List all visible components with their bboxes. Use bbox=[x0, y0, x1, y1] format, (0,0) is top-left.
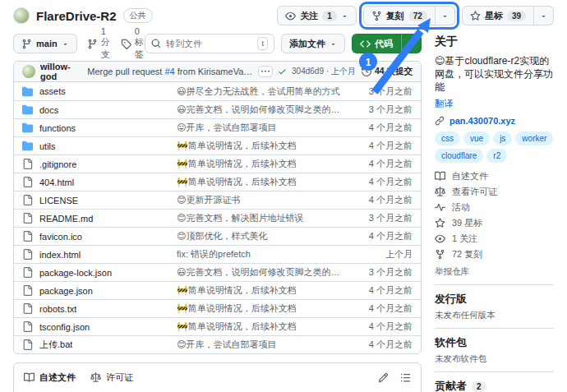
file-row[interactable]: functions 😜开库，尝试自部署项目 4 个月之前 bbox=[14, 118, 421, 136]
file-row[interactable]: 404.html 🚧简单说明情况，后续补文档 4 个月之前 bbox=[14, 173, 421, 191]
topic-tag[interactable]: js bbox=[493, 131, 512, 145]
file-name-link[interactable]: .gitignore bbox=[39, 159, 76, 169]
commit-message-link[interactable]: 🚧简单说明情况，后续补文档 bbox=[177, 321, 348, 333]
file-name-link[interactable]: tsconfig.json bbox=[39, 322, 90, 332]
file-date: 4 个月之前 bbox=[348, 230, 413, 242]
star-button[interactable]: 星标 39 bbox=[462, 6, 534, 25]
file-row[interactable]: package.json 🚧简单说明情况，后续补文档 4 个月之前 bbox=[14, 281, 421, 299]
file-name-link[interactable]: functions bbox=[39, 123, 76, 133]
file-name-link[interactable]: LICENSE bbox=[39, 196, 78, 205]
commit-author-link[interactable]: willow-god bbox=[40, 62, 82, 81]
commit-message-link[interactable]: 🚧简单说明情况，后续补文档 bbox=[177, 176, 348, 188]
fork-button[interactable]: 复刻 72 bbox=[363, 6, 436, 25]
file-name-link[interactable]: index.html bbox=[39, 250, 81, 260]
branch-selector[interactable]: main bbox=[13, 34, 77, 53]
commit-message-link[interactable]: Merge pull request #4 from KirisameVanil… bbox=[87, 67, 253, 76]
file-name-link[interactable]: package-lock.json bbox=[39, 268, 112, 278]
tab-license-label: 许可证 bbox=[106, 371, 133, 384]
file-date: 4 个月之前 bbox=[348, 158, 413, 170]
commit-message-link[interactable]: 😃完善文档，说明如何修改页脚之类的地址 bbox=[177, 266, 348, 279]
file-row[interactable]: assets 😃拼尽全力无法战胜，尝试用简单的方式 3 个月之前 bbox=[14, 82, 421, 100]
fork-dropdown-button[interactable] bbox=[436, 6, 455, 25]
file-row[interactable]: favicon.ico 😊顶部优化，样式美化 4 个月之前 bbox=[14, 227, 421, 245]
code-icon bbox=[360, 39, 371, 49]
file-row[interactable]: tsconfig.json 🚧简单说明情况，后续补文档 4 个月之前 bbox=[14, 317, 421, 335]
file-name-link[interactable]: README.md bbox=[39, 214, 93, 224]
commit-message-link[interactable]: 😊完善文档，解决图片地址错误 bbox=[177, 212, 348, 224]
folder-icon bbox=[22, 122, 33, 133]
commit-message-link[interactable]: 🚧简单说明情况，后续补文档 bbox=[177, 302, 348, 315]
file-name-link[interactable]: favicon.ico bbox=[39, 232, 82, 242]
commit-message-link[interactable]: 😊开库，尝试自部署项目 bbox=[177, 339, 348, 351]
add-file-button[interactable]: 添加文件 bbox=[281, 34, 345, 53]
branch-name: main bbox=[36, 39, 58, 48]
pr-number-link[interactable]: #4 bbox=[164, 67, 174, 76]
stars-meta-link[interactable]: 39 星标 bbox=[435, 217, 554, 229]
tab-readme[interactable]: 自述文件 bbox=[24, 363, 76, 392]
file-row[interactable]: 上传.bat 😊开库，尝试自部署项目 4 个月之前 bbox=[14, 335, 421, 353]
topic-tag[interactable]: css bbox=[435, 131, 460, 145]
commit-sha-link[interactable]: 304d6d9 · 上个月 bbox=[292, 66, 356, 77]
file-name-link[interactable]: utils bbox=[39, 141, 56, 151]
file-icon bbox=[22, 195, 33, 205]
code-button[interactable]: 代码 bbox=[352, 34, 401, 53]
commit-message-link[interactable]: fix: 错误的prefetch bbox=[177, 248, 348, 261]
repo-title-link[interactable]: FlareDrive-R2 bbox=[36, 9, 117, 23]
file-row[interactable]: .gitignore 🚧简单说明情况，后续补文档 4 个月之前 bbox=[14, 154, 421, 173]
file-name-link[interactable]: robots.txt bbox=[39, 304, 76, 314]
file-row[interactable]: README.md 😊完善文档，解决图片地址错误 3 个月之前 bbox=[14, 209, 421, 227]
commit-message-link[interactable]: 🚧简单说明情况，后续补文档 bbox=[177, 284, 348, 297]
file-row[interactable]: robots.txt 🚧简单说明情况，后续补文档 4 个月之前 bbox=[14, 299, 421, 317]
forks-meta-link[interactable]: 72 复刻 bbox=[435, 248, 554, 261]
commit-message-link[interactable]: 😃完善文档，说明如何修改页脚之类的地址 bbox=[177, 104, 348, 116]
file-name-link[interactable]: assets bbox=[39, 86, 66, 96]
checks-passed-icon[interactable] bbox=[278, 67, 287, 76]
watchers-meta-link[interactable]: 1 关注 bbox=[435, 233, 554, 245]
pencil-icon[interactable] bbox=[378, 372, 389, 383]
tags-link[interactable]: 0 标签 bbox=[121, 26, 145, 61]
commit-message-link[interactable]: 😊更新开源证书 bbox=[177, 194, 348, 206]
repo-avatar[interactable] bbox=[13, 7, 30, 24]
file-row[interactable]: index.html fix: 错误的prefetch 上个月 bbox=[14, 245, 421, 263]
translate-link[interactable]: 翻译 bbox=[435, 98, 453, 110]
commit-message-link[interactable]: 😊顶部优化，样式美化 bbox=[177, 230, 348, 242]
commit-history-link[interactable]: 44 次提交 bbox=[362, 66, 413, 77]
repo-meta-list: 自述文件 查看许可证 活动 39 星标 1 关注 bbox=[435, 170, 554, 261]
commit-message-link[interactable]: 🚧简单说明情况，后续补文档 bbox=[177, 158, 348, 170]
website-link[interactable]: pan.430070.xyz bbox=[435, 116, 554, 126]
outline-list-icon[interactable] bbox=[400, 372, 411, 383]
commit-author-avatar[interactable] bbox=[22, 65, 35, 78]
code-dropdown-button[interactable] bbox=[401, 34, 422, 53]
file-row[interactable]: package-lock.json 😃完善文档，说明如何修改页脚之类的地址 3 … bbox=[14, 263, 421, 281]
tab-license[interactable]: 许可证 bbox=[90, 363, 133, 392]
commit-message-link[interactable]: 😃拼尽全力无法战胜，尝试用简单的方式 bbox=[177, 85, 348, 98]
topic-tag[interactable]: r2 bbox=[486, 149, 507, 163]
divider bbox=[435, 284, 554, 285]
report-repo-link[interactable]: 举报仓库 bbox=[435, 266, 469, 278]
topic-tag[interactable]: cloudflare bbox=[435, 149, 483, 163]
license-meta-link[interactable]: 查看许可证 bbox=[435, 186, 554, 198]
commit-message-link[interactable]: 🚧简单说明情况，后续补文档 bbox=[177, 140, 348, 152]
divider bbox=[435, 328, 554, 329]
search-input[interactable] bbox=[166, 39, 252, 48]
file-icon bbox=[22, 339, 33, 350]
file-name-link[interactable]: package.json bbox=[39, 286, 93, 296]
topic-tag[interactable]: vue bbox=[463, 131, 490, 145]
file-row[interactable]: docs 😃完善文档，说明如何修改页脚之类的地址 3 个月之前 bbox=[14, 100, 421, 118]
file-row[interactable]: LICENSE 😊更新开源证书 4 个月之前 bbox=[14, 191, 421, 209]
file-name-link[interactable]: 上传.bat bbox=[39, 339, 72, 351]
topic-tag[interactable]: worker bbox=[515, 131, 553, 145]
file-name-link[interactable]: 404.html bbox=[39, 178, 74, 187]
activity-meta-link[interactable]: 活动 bbox=[435, 201, 554, 214]
file-icon bbox=[22, 303, 33, 314]
file-row[interactable]: utils 🚧简单说明情况，后续补文档 4 个月之前 bbox=[14, 136, 421, 154]
commit-message-text: Merge pull request bbox=[87, 67, 164, 76]
star-dropdown-button[interactable] bbox=[534, 6, 554, 25]
folder-icon bbox=[22, 104, 33, 115]
branches-link[interactable]: 1 分支 bbox=[87, 26, 111, 61]
commit-message-link[interactable]: 😜开库，尝试自部署项目 bbox=[177, 122, 348, 134]
commit-details-button[interactable] bbox=[258, 66, 273, 77]
readme-meta-link[interactable]: 自述文件 bbox=[435, 170, 554, 182]
watch-button[interactable]: 关注 1 bbox=[277, 6, 357, 25]
file-name-link[interactable]: docs bbox=[39, 105, 58, 115]
